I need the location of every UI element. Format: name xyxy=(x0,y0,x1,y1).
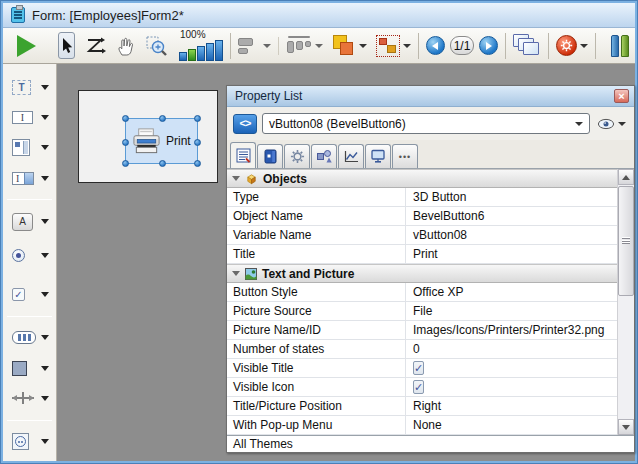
collapse-triangle-icon[interactable] xyxy=(232,176,240,181)
selection-handle-e[interactable] xyxy=(194,139,201,146)
button-tool[interactable]: A xyxy=(3,210,56,232)
plugin-dropdown-caret[interactable] xyxy=(41,439,49,444)
execute-form-button[interactable] xyxy=(9,32,42,60)
previous-page-button[interactable] xyxy=(426,32,445,60)
section-header-objects[interactable]: Objects xyxy=(227,169,617,188)
tab-more[interactable]: ••• xyxy=(392,144,418,168)
property-row-type[interactable]: Type 3D Button xyxy=(227,188,617,207)
align-dropdown-caret[interactable] xyxy=(263,44,271,48)
selected-print-button[interactable]: Print xyxy=(125,118,198,164)
section-header-text-and-picture[interactable]: Text and Picture xyxy=(227,264,617,283)
next-page-button[interactable] xyxy=(479,32,498,60)
input-field-tool[interactable]: I xyxy=(3,106,56,128)
duplicate-matrix-button[interactable] xyxy=(376,32,400,60)
property-value[interactable]: 3D Button xyxy=(406,188,617,206)
input-dropdown-caret[interactable] xyxy=(41,115,49,120)
property-row-button-style[interactable]: Button Style Office XP xyxy=(227,283,617,302)
tab-actions[interactable] xyxy=(284,144,310,168)
splitter-tool[interactable] xyxy=(3,387,56,409)
object-navigator-button[interactable]: <> xyxy=(233,114,257,134)
property-row-visible-title[interactable]: Visible Title ✓ xyxy=(227,359,617,378)
property-row-with-popup-menu[interactable]: With Pop-up Menu None xyxy=(227,416,617,435)
scrollbar-thumb[interactable] xyxy=(618,186,634,296)
entry-order-tool-button[interactable] xyxy=(84,32,106,60)
zoom-tool-button[interactable] xyxy=(146,32,167,60)
list-box-dropdown-caret[interactable] xyxy=(41,145,49,150)
property-list-titlebar[interactable]: Property List × xyxy=(227,86,634,107)
tab-appearance[interactable] xyxy=(311,144,337,168)
property-value[interactable]: BevelButton6 xyxy=(406,207,617,225)
tab-events[interactable] xyxy=(338,144,364,168)
property-row-picture-source[interactable]: Picture Source File xyxy=(227,302,617,321)
close-panel-button[interactable]: × xyxy=(614,89,629,103)
property-row-title-picture-position[interactable]: Title/Picture Position Right xyxy=(227,397,617,416)
check-box-dropdown-caret[interactable] xyxy=(41,292,49,297)
checkbox-checked[interactable]: ✓ xyxy=(413,361,424,375)
list-box-tool[interactable] xyxy=(3,137,56,159)
property-value[interactable]: 0 xyxy=(406,340,617,358)
tab-coordinates[interactable] xyxy=(257,144,283,168)
object-level-button[interactable] xyxy=(332,32,356,60)
selection-handle-s[interactable] xyxy=(159,160,166,167)
button-grid-tool[interactable] xyxy=(3,327,56,349)
tab-property-list[interactable] xyxy=(230,142,256,168)
splitter-dropdown-caret[interactable] xyxy=(41,396,49,401)
tab-display[interactable] xyxy=(365,144,391,168)
selection-handle-w[interactable] xyxy=(122,139,129,146)
rectangle-dropdown-caret[interactable] xyxy=(41,366,49,371)
preferences-button[interactable] xyxy=(556,32,577,60)
zoom-bar-1[interactable] xyxy=(179,52,187,61)
property-row-number-of-states[interactable]: Number of states 0 xyxy=(227,340,617,359)
radio-dropdown-caret[interactable] xyxy=(41,253,49,258)
property-grid-scrollbar[interactable] xyxy=(617,169,634,435)
combo-box-tool[interactable]: I xyxy=(3,167,56,189)
property-value[interactable]: vButton08 xyxy=(406,226,617,244)
check-box-tool[interactable]: ✓ xyxy=(3,283,56,305)
selection-handle-ne[interactable] xyxy=(194,115,201,122)
scroll-down-button[interactable] xyxy=(618,419,634,435)
property-value[interactable]: Right xyxy=(406,397,617,415)
button-dropdown-caret[interactable] xyxy=(41,219,49,224)
static-text-dropdown-caret[interactable] xyxy=(41,85,49,90)
selection-tool-button[interactable] xyxy=(58,32,75,59)
level-dropdown-caret[interactable] xyxy=(359,44,367,48)
zoom-bar-current[interactable] xyxy=(188,49,196,61)
property-row-variable-name[interactable]: Variable Name vButton08 xyxy=(227,226,617,245)
property-row-title[interactable]: Title Print xyxy=(227,245,617,264)
selection-handle-n[interactable] xyxy=(159,115,166,122)
rectangle-tool[interactable] xyxy=(3,357,56,379)
property-row-object-name[interactable]: Object Name BevelButton6 xyxy=(227,207,617,226)
object-selector-dropdown[interactable]: vButton08 (BevelButton6) xyxy=(262,113,590,134)
distribute-objects-button[interactable] xyxy=(286,32,312,60)
static-text-tool[interactable]: T xyxy=(3,76,56,98)
zoom-bars[interactable] xyxy=(179,40,223,61)
property-value[interactable]: Office XP xyxy=(406,283,617,301)
window-titlebar[interactable]: Form: [Employees]Form2* xyxy=(3,3,635,28)
themes-filter-footer[interactable]: All Themes xyxy=(227,435,634,452)
zoom-level-widget[interactable]: 100% xyxy=(179,30,223,61)
align-objects-button[interactable] xyxy=(238,32,260,60)
distribute-dropdown-caret[interactable] xyxy=(315,44,323,48)
scroll-up-button[interactable] xyxy=(618,169,634,185)
selection-handle-se[interactable] xyxy=(194,160,201,167)
property-value[interactable]: File xyxy=(406,302,617,320)
property-row-visible-icon[interactable]: Visible Icon ✓ xyxy=(227,378,617,397)
matrix-dropdown-caret[interactable] xyxy=(403,44,411,48)
property-value[interactable]: Images/Icons/Printers/Printer32.png xyxy=(406,321,617,339)
property-value[interactable]: Print xyxy=(406,245,617,263)
zoom-bar-5[interactable] xyxy=(215,40,223,61)
radio-button-tool[interactable] xyxy=(3,245,56,267)
combo-box-dropdown-caret[interactable] xyxy=(41,176,49,181)
show-hide-properties-button[interactable] xyxy=(595,118,628,130)
zoom-bar-4[interactable] xyxy=(206,43,214,61)
property-value[interactable]: None xyxy=(406,416,617,434)
checkbox-checked[interactable]: ✓ xyxy=(413,380,424,394)
plugin-area-tool[interactable] xyxy=(3,431,56,453)
zoom-bar-3[interactable] xyxy=(197,46,205,61)
property-row-picture-name[interactable]: Picture Name/ID Images/Icons/Printers/Pr… xyxy=(227,321,617,340)
collapse-triangle-icon[interactable] xyxy=(232,271,240,276)
selection-handle-nw[interactable] xyxy=(122,115,129,122)
preferences-dropdown-caret[interactable] xyxy=(580,44,588,48)
selection-handle-sw[interactable] xyxy=(122,160,129,167)
windows-list-button[interactable] xyxy=(513,32,541,60)
